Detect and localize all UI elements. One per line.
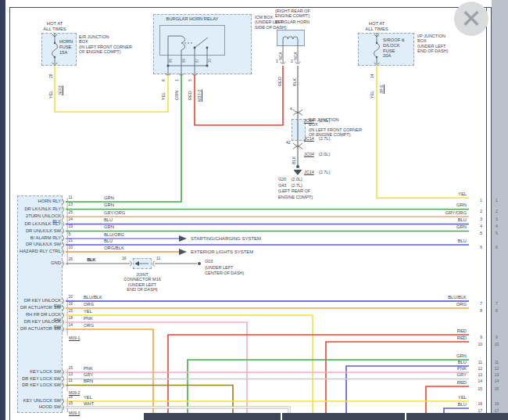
pin-number: 13 — [69, 372, 73, 377]
pin-number: 16 — [69, 302, 73, 307]
ip-junction-box-label: I/P JUNCTION BOX (UNDER LEFT END OF DASH… — [417, 34, 448, 54]
terminal-label-nca: NCA — [294, 52, 298, 60]
pin-number: 5 — [69, 232, 71, 237]
pin-number: 12 — [470, 367, 482, 372]
pin-number-margin: 5 — [492, 232, 502, 236]
wire-color-label: GRY/ORG — [104, 210, 125, 216]
connector-ref-jc04[interactable]: JC04 — [304, 152, 314, 156]
burglar-horn-box — [277, 30, 305, 46]
wire-color-label: RED — [422, 336, 467, 341]
pin-number-margin: 11 — [492, 361, 502, 365]
row-label: HAZARD RLY CTRL — [18, 249, 61, 254]
wire-color-label: BLU — [422, 402, 467, 407]
pin-number: 15 — [470, 387, 482, 392]
pin-number: 5 — [470, 232, 482, 236]
wire-color-label: GRN — [422, 354, 467, 359]
connector-ref-je03[interactable]: JE03 — [59, 85, 63, 95]
ground-label-g03: G03 (UNDER LEFT CENTER OF DASH) — [205, 259, 244, 277]
wire-pin: 14 — [370, 74, 374, 78]
wire-color-label: BLK — [292, 156, 297, 164]
connector-ref-jc14[interactable]: JC14 — [304, 170, 314, 174]
row-label: KEY UNLOCK SW — [18, 398, 61, 404]
pin-number: 19 — [69, 224, 73, 229]
wire-color-label: PNK — [84, 366, 93, 372]
connector-ref-m09-1[interactable]: M09-1 — [69, 336, 80, 341]
wire-color-label: PNK — [422, 366, 467, 372]
page-border-top — [9, 7, 492, 8]
wire-color-label: YEL — [162, 92, 166, 100]
pin-number-margin: 12 — [492, 367, 502, 372]
connector-ref-jpe[interactable]: JP-E — [380, 84, 385, 94]
connector-ref-m37-2[interactable]: M37-2 — [198, 89, 202, 102]
relay-pin-number: 86 — [183, 59, 187, 63]
wire-color-label: GRN — [175, 91, 180, 100]
connector-ref-m09-2[interactable]: M09-2 — [69, 391, 80, 396]
row-label: GND — [18, 260, 61, 266]
pin-number: 8 — [470, 309, 482, 314]
row-label: HOOD SW — [18, 404, 61, 410]
wire-pin: 1 — [276, 59, 278, 64]
wire-color-label: YEL — [84, 395, 92, 400]
pin-number-margin: 3 — [492, 217, 502, 222]
wire-color-label: ORG — [84, 323, 94, 328]
wire-color-label: RED — [422, 380, 467, 386]
link-exterior-lights-system[interactable]: EXTERIOR LIGHTS SYSTEM — [191, 249, 253, 255]
pin-number-margin: 14 — [492, 379, 502, 384]
pin-number: 14 — [69, 323, 73, 328]
pin-number: 15 — [69, 401, 73, 406]
row-label: DR KEY LOCK SW — [18, 382, 61, 388]
pin-number: 11 — [69, 379, 73, 383]
close-button[interactable]: ✕ — [454, 2, 488, 36]
pin-number-margin: 16 — [492, 402, 502, 407]
link-starting-charging-system[interactable]: STARTING/CHARGING SYSTEM — [191, 236, 261, 242]
hot-at-all-times-left: HOT AT ALL TIMES — [31, 21, 78, 32]
wire-pin: 1 — [175, 79, 179, 81]
connector-ref-m09-3[interactable]: M09-3 — [69, 411, 80, 416]
wire-pin: 4 — [290, 107, 292, 112]
wire-color-label: BLK — [88, 257, 96, 263]
pin-number: 10 — [470, 343, 482, 347]
pin-number-margin: 1 — [492, 199, 502, 203]
ground-label-g20-g43: G20 (2.0L) G43 (2.7L) (LEFT REAR OF ENGI… — [278, 177, 313, 201]
row-label: DR UNLK/LK SW — [18, 242, 61, 247]
wire-color-label: GRN — [104, 196, 114, 201]
row-label: DR ACTUATOR SW — [18, 305, 61, 311]
joint-connector-m16-box — [133, 258, 152, 269]
pin-number-margin: 8 — [492, 309, 502, 314]
pin-number: 13 — [470, 373, 482, 378]
row-label: DR KEY LOCK SW — [18, 376, 61, 382]
er-junction-pass-label: E/R JUNCTION BOX (IN LEFT FRONT CORNER O… — [309, 117, 362, 138]
wire-color-label: GRN — [104, 224, 114, 230]
bottom-connector-bar — [282, 413, 405, 420]
wire-color-label: BLU — [422, 360, 467, 365]
wire-color-label: RED — [188, 91, 193, 100]
pin-number: 7 — [470, 302, 482, 307]
wire-color-label: BRN — [84, 379, 93, 384]
wire-color-label: BLU — [422, 217, 467, 223]
horn-fuse-label: HORN FUSE 15A — [59, 39, 73, 55]
wire-color-label: YEL — [422, 192, 467, 197]
wire-pin: 2 — [291, 59, 293, 64]
row-label: DR LK/UNLK RLY — [18, 221, 61, 227]
wire-color-label: WHT — [84, 401, 94, 407]
horn-name-label: BURGLAR HORN — [275, 20, 309, 24]
pin-number-margin: 13 — [492, 373, 502, 378]
wire-color-label: YEL — [422, 395, 467, 400]
row-label: KEY LOCK SW — [18, 369, 61, 375]
wire-color-label: GRN — [422, 224, 467, 230]
pin-number: 21 — [69, 239, 73, 243]
pin-number: 26 — [69, 257, 73, 262]
pin-number: 2 — [470, 210, 482, 214]
pin-number: 6 — [470, 246, 482, 250]
left-app-strip — [0, 0, 5, 420]
pin-number-margin: 4 — [492, 224, 502, 229]
pin-number-margin: 10 — [492, 343, 502, 347]
relay-pin-number: 85 — [170, 59, 174, 63]
pin-number: 15 — [69, 309, 73, 314]
wire-color-label: PNK — [84, 316, 93, 321]
wire-color-label: GRY — [422, 372, 467, 378]
wiring-diagram-viewer: HOT AT ALL TIMES HORN FUSE 15A E/R JUNCT… — [0, 0, 508, 420]
page-border-left — [9, 7, 10, 420]
pin-number: 1 — [470, 199, 482, 203]
sroof-dlock-fuse-label: S/ROOF & D/LOCK FUSE 20A — [383, 38, 405, 59]
